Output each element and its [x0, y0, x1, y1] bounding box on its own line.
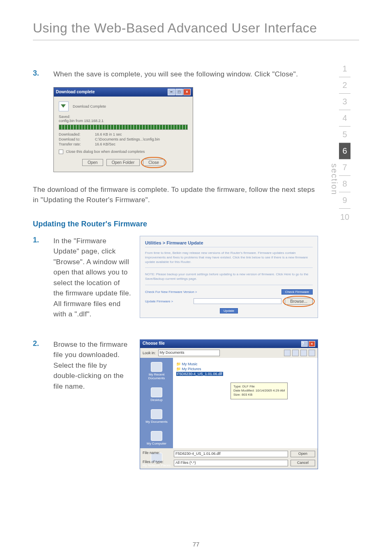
place-mycomputer[interactable]: My Computer — [147, 431, 166, 445]
browse-button[interactable]: Browse... — [285, 298, 313, 305]
places-bar: My Recent Documents Desktop My Documents… — [140, 358, 173, 448]
saved-value: config.bin from 192.168.2.1 — [59, 119, 188, 123]
maximize-icon[interactable]: □ — [175, 89, 183, 95]
firmware-paragraph: The download of the firmware is complete… — [33, 184, 318, 205]
firmware-paragraph-2: NOTE: Please backup your current setting… — [145, 272, 313, 285]
nav-item-5[interactable]: 5 — [339, 127, 350, 143]
update-step-1: 1. In the "Firmware Update" page, click … — [33, 236, 131, 320]
place-mydocs[interactable]: My Documents — [145, 409, 167, 424]
file-list[interactable]: 📁 My Music 📁 My Pictures F5D8230-4_US_1.… — [173, 358, 318, 448]
check-firmware-label: Check For New Firmware Version > — [145, 290, 278, 294]
downloaded-value: 16.6 KB in 1 sec — [95, 132, 122, 136]
open-button[interactable]: Open — [291, 451, 315, 457]
download-complete-label: Download Complete — [73, 104, 106, 108]
file-browser-dialog: Choose file ? × Look in: My Documents — [140, 339, 318, 469]
update-step-2: 2. Browse to the firmware file you downl… — [33, 339, 131, 392]
open-button[interactable]: Open — [82, 159, 103, 166]
update-firmware-label: Update Firmware > — [145, 300, 190, 303]
up-icon[interactable] — [292, 350, 299, 356]
downloadto-key: Download to: — [59, 137, 92, 141]
firmware-page-header: Utilities > Firmware Update — [145, 240, 313, 247]
firmware-file-field[interactable] — [194, 298, 281, 304]
nav-item-7[interactable]: 7 — [339, 159, 350, 176]
section-label: section — [330, 164, 339, 195]
nav-item-2[interactable]: 2 — [339, 77, 350, 94]
section-nav: 1 2 3 4 5 6 7 8 9 10 section — [330, 61, 359, 482]
close-button[interactable]: Close — [143, 159, 164, 166]
step-number: 1. — [33, 236, 45, 320]
transfer-value: 16.6 KB/Sec — [95, 142, 115, 146]
dialog-title: Download complete — [56, 90, 95, 94]
folder-item[interactable]: 📁 My Pictures — [176, 367, 314, 371]
close-checkbox-label: Close this dialog box when download comp… — [66, 150, 145, 154]
nav-item-3[interactable]: 3 — [339, 94, 350, 110]
download-complete-dialog: Download complete – □ × Download Complet… — [53, 87, 193, 172]
download-icon — [59, 101, 69, 111]
close-icon[interactable]: × — [309, 341, 315, 347]
close-icon[interactable]: × — [183, 89, 191, 95]
nav-item-8[interactable]: 8 — [339, 176, 350, 192]
downloaded-key: Downloaded: — [59, 132, 92, 136]
step-text: Browse to the firmware file you download… — [53, 339, 131, 392]
lookin-dropdown[interactable]: My Documents — [158, 350, 220, 356]
update-button[interactable]: Update — [220, 308, 238, 313]
nav-item-4[interactable]: 4 — [339, 110, 350, 127]
firmware-paragraph-1: From time to time, Belkin may release ne… — [145, 251, 313, 268]
step-number: 2. — [33, 339, 45, 392]
nav-item-1[interactable]: 1 — [339, 61, 350, 77]
check-firmware-button[interactable]: Check Firmware — [281, 289, 313, 295]
updating-firmware-heading: Updating the Router's Firmware — [33, 220, 318, 228]
help-icon[interactable]: ? — [301, 341, 308, 347]
progress-bar — [59, 124, 188, 130]
dialog-titlebar: Download complete – □ × — [54, 88, 193, 97]
filename-label: File name: — [143, 451, 171, 457]
lookin-label: Look in: — [143, 351, 156, 355]
window-controls: ? × — [301, 341, 315, 347]
minimize-icon[interactable]: – — [168, 89, 175, 95]
file-tooltip: Type: DLF File Date Modified: 10/14/2005… — [231, 383, 288, 399]
main-content: 3. When the save is complete, you will s… — [33, 69, 318, 482]
filetype-label: Files of type: — [143, 460, 171, 466]
step-3: 3. When the save is complete, you will s… — [33, 69, 318, 80]
step-text: In the "Firmware Update" page, click "Br… — [53, 236, 131, 320]
page-title: Using the Web-Based Advanced User Interf… — [33, 21, 359, 40]
step-text: When the save is complete, you will see … — [53, 69, 318, 80]
open-folder-button[interactable]: Open Folder — [106, 159, 140, 166]
firmware-update-page: Utilities > Firmware Update From time to… — [140, 236, 318, 318]
transfer-key: Transfer rate: — [59, 142, 92, 146]
file-dialog-title: Choose file — [143, 341, 165, 347]
file-item-selected[interactable]: F5D8230-4_US_1.01.06.dlf — [176, 372, 314, 376]
cancel-button[interactable]: Cancel — [291, 460, 315, 466]
folder-item[interactable]: 📁 My Music — [176, 362, 314, 366]
back-icon[interactable] — [284, 350, 291, 356]
window-controls: – □ × — [168, 89, 191, 95]
place-desktop[interactable]: Desktop — [150, 387, 162, 402]
close-checkbox[interactable] — [59, 150, 63, 154]
views-icon[interactable] — [309, 350, 315, 356]
filetype-dropdown[interactable]: All Files (*.*) — [174, 460, 288, 466]
nav-item-9[interactable]: 9 — [339, 192, 350, 209]
downloadto-value: C:\Documents and Settings...\config.bin — [95, 137, 160, 141]
saved-label: Saved: — [59, 115, 188, 119]
newfolder-icon[interactable] — [300, 350, 307, 356]
nav-item-10[interactable]: 10 — [339, 209, 350, 225]
filename-field[interactable]: F5D8230-4_US_1.01.06.dlf — [174, 451, 288, 457]
page-number: 77 — [0, 541, 392, 548]
nav-item-6-active[interactable]: 6 — [339, 143, 350, 159]
step-number: 3. — [33, 69, 45, 80]
place-recent[interactable]: My Recent Documents — [142, 362, 171, 380]
